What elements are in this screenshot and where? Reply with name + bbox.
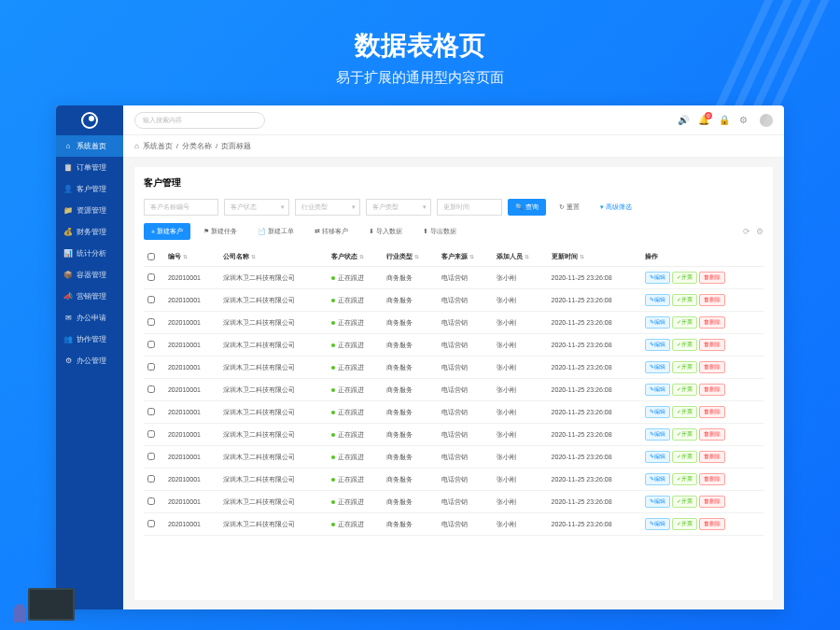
row-checkbox[interactable]	[147, 296, 155, 303]
delete-button[interactable]: 🗑删除	[699, 316, 725, 329]
export-button[interactable]: ⬆ 导出数据	[415, 223, 464, 240]
cell-status: 正在跟进	[328, 401, 383, 424]
advanced-filter-button[interactable]: ▾ 高级筛选	[593, 199, 639, 216]
edit-button[interactable]: ✎编辑	[645, 428, 670, 441]
delete-button[interactable]: 🗑删除	[699, 428, 725, 441]
filter-status-select[interactable]: 客户状态	[224, 199, 289, 216]
filter-name-input[interactable]: 客户名称编号	[144, 199, 218, 216]
invoice-button[interactable]: ✓开票	[672, 451, 697, 463]
import-button[interactable]: ⬇ 导入数据	[361, 223, 410, 240]
sidebar-item-4[interactable]: 💰财务管理	[56, 221, 123, 243]
sidebar-item-3[interactable]: 📁资源管理	[56, 200, 123, 221]
edit-button[interactable]: ✎编辑	[645, 406, 670, 418]
edit-button[interactable]: ✎编辑	[645, 384, 670, 396]
search-input[interactable]: 输入搜索内容	[134, 112, 265, 129]
delete-button[interactable]: 🗑删除	[699, 518, 725, 530]
delete-button[interactable]: 🗑删除	[699, 361, 725, 373]
sidebar-item-0[interactable]: ⌂系统首页	[56, 135, 123, 157]
lock-icon[interactable]: 🔒	[719, 115, 730, 126]
invoice-button[interactable]: ✓开票	[672, 339, 697, 351]
row-checkbox[interactable]	[147, 341, 155, 348]
cell-actions: ✎编辑✓开票🗑删除	[641, 424, 763, 446]
row-checkbox[interactable]	[147, 497, 155, 505]
sidebar-item-9[interactable]: 👥协作管理	[56, 329, 123, 350]
nav-icon: 📊	[63, 249, 73, 259]
row-checkbox[interactable]	[147, 408, 155, 415]
edit-button[interactable]: ✎编辑	[645, 316, 670, 329]
edit-button[interactable]: ✎编辑	[645, 473, 670, 485]
edit-button[interactable]: ✎编辑	[645, 518, 670, 530]
delete-button[interactable]: 🗑删除	[699, 294, 725, 306]
cell-company: 深圳木卫二科技有限公司	[219, 424, 328, 446]
home-icon[interactable]: ⌂	[134, 142, 139, 150]
row-checkbox[interactable]	[147, 273, 155, 281]
invoice-button[interactable]: ✓开票	[672, 294, 697, 306]
row-checkbox[interactable]	[147, 475, 155, 483]
cell-actions: ✎编辑✓开票🗑删除	[641, 401, 763, 424]
new-task-button[interactable]: ⚑ 新建任务	[196, 223, 245, 240]
sound-icon[interactable]: 🔊	[678, 115, 689, 126]
invoice-button[interactable]: ✓开票	[672, 384, 697, 396]
row-checkbox[interactable]	[147, 385, 155, 393]
edit-button[interactable]: ✎编辑	[645, 339, 670, 351]
cell-actions: ✎编辑✓开票🗑删除	[641, 334, 763, 357]
sidebar-item-6[interactable]: 📦容器管理	[56, 264, 123, 286]
invoice-button[interactable]: ✓开票	[672, 316, 697, 329]
row-checkbox[interactable]	[147, 430, 155, 438]
delete-button[interactable]: 🗑删除	[699, 473, 725, 485]
notification-icon[interactable]: 🔔0	[698, 115, 709, 126]
settings-icon[interactable]: ⚙	[756, 227, 763, 236]
invoice-button[interactable]: ✓开票	[672, 496, 697, 508]
cell-status: 正在跟进	[328, 379, 383, 401]
breadcrumb-category[interactable]: 分类名称	[182, 141, 212, 151]
breadcrumb-home[interactable]: 系统首页	[143, 141, 173, 151]
app-logo[interactable]	[56, 105, 123, 135]
cell-actions: ✎编辑✓开票🗑删除	[641, 267, 763, 289]
invoice-button[interactable]: ✓开票	[672, 272, 697, 284]
transfer-button[interactable]: ⇄ 转移客户	[307, 223, 356, 240]
row-checkbox[interactable]	[147, 453, 155, 460]
cell-status: 正在跟进	[328, 491, 383, 513]
row-checkbox[interactable]	[147, 520, 155, 527]
edit-button[interactable]: ✎编辑	[645, 496, 670, 508]
invoice-button[interactable]: ✓开票	[672, 406, 697, 418]
row-checkbox[interactable]	[147, 363, 155, 371]
cell-id: 202010001	[164, 491, 219, 513]
sidebar-item-2[interactable]: 👤客户管理	[56, 178, 123, 200]
select-all-checkbox[interactable]	[147, 253, 155, 260]
edit-button[interactable]: ✎编辑	[645, 294, 670, 306]
gear-icon[interactable]: ⚙	[739, 115, 750, 126]
invoice-button[interactable]: ✓开票	[672, 473, 697, 485]
search-button[interactable]: 🔍 查询	[508, 199, 546, 216]
delete-button[interactable]: 🗑删除	[699, 496, 725, 508]
sidebar-item-8[interactable]: ✉办公申请	[56, 307, 123, 329]
edit-button[interactable]: ✎编辑	[645, 272, 670, 284]
filter-date-input[interactable]: 更新时间	[437, 199, 502, 216]
edit-button[interactable]: ✎编辑	[645, 451, 670, 463]
cell-source: 电话营销	[438, 491, 493, 513]
nav-icon: 📣	[63, 292, 73, 301]
filter-type-select[interactable]: 客户类型	[366, 199, 431, 216]
delete-button[interactable]: 🗑删除	[699, 384, 725, 396]
reset-button[interactable]: ↻ 重置	[552, 199, 587, 216]
invoice-button[interactable]: ✓开票	[672, 361, 697, 373]
delete-button[interactable]: 🗑删除	[699, 406, 725, 418]
filter-industry-select[interactable]: 行业类型	[295, 199, 360, 216]
edit-button[interactable]: ✎编辑	[645, 361, 670, 373]
cell-actions: ✎编辑✓开票🗑删除	[641, 446, 763, 469]
sidebar-item-5[interactable]: 📊统计分析	[56, 243, 123, 264]
delete-button[interactable]: 🗑删除	[699, 451, 725, 463]
cell-updated: 2020-11-25 23:26:08	[548, 379, 641, 401]
delete-button[interactable]: 🗑删除	[699, 272, 725, 284]
new-ticket-button[interactable]: 📄 新建工单	[250, 223, 301, 240]
refresh-icon[interactable]: ⟳	[743, 227, 750, 236]
new-customer-button[interactable]: + 新建客户	[144, 223, 190, 240]
delete-button[interactable]: 🗑删除	[699, 339, 725, 351]
cell-updated: 2020-11-25 23:26:08	[548, 491, 641, 513]
sidebar-item-10[interactable]: ⚙办公管理	[56, 350, 123, 371]
invoice-button[interactable]: ✓开票	[672, 428, 697, 441]
sidebar-item-1[interactable]: 📋订单管理	[56, 157, 123, 178]
sidebar-item-7[interactable]: 📣营销管理	[56, 286, 123, 307]
invoice-button[interactable]: ✓开票	[672, 518, 697, 530]
row-checkbox[interactable]	[147, 318, 155, 326]
